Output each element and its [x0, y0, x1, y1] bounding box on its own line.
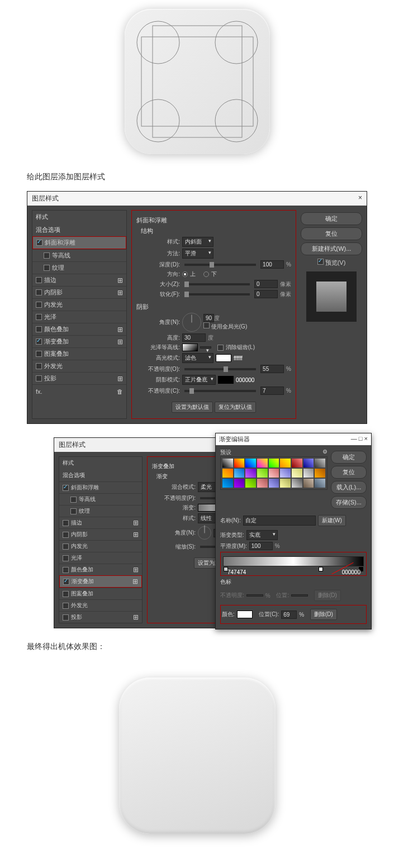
preset-swatch[interactable]	[257, 459, 268, 468]
preset-swatch[interactable]	[222, 479, 233, 488]
effect-checkbox[interactable]	[63, 532, 69, 538]
preset-swatch[interactable]	[315, 479, 325, 488]
reset-default-button[interactable]: 复位为默认值	[215, 402, 256, 413]
depth-slider[interactable]	[184, 264, 256, 266]
effect-row[interactable]: 纹理	[32, 261, 126, 274]
blend-options-header[interactable]: 混合选项	[59, 469, 142, 481]
angle-dial[interactable]	[182, 313, 201, 332]
delete-stop-button-2[interactable]: 删除(D)	[310, 609, 337, 620]
effect-checkbox[interactable]	[70, 508, 77, 514]
add-effect-icon[interactable]: ⊞	[133, 566, 139, 574]
effect-checkbox[interactable]	[63, 603, 69, 609]
depth-input[interactable]: 100	[260, 260, 284, 269]
add-effect-icon[interactable]: ⊞	[117, 276, 123, 284]
effect-checkbox[interactable]	[36, 314, 42, 320]
effect-checkbox[interactable]	[36, 338, 42, 345]
effect-row[interactable]: 渐变叠加⊞	[32, 335, 126, 347]
highlight-mode-select[interactable]: 滤色	[182, 353, 213, 363]
gloss-contour-picker[interactable]	[182, 344, 198, 351]
preset-swatch[interactable]	[280, 459, 291, 468]
stop-position-c-input[interactable]: 69	[281, 611, 297, 619]
effect-row[interactable]: 内发光	[32, 298, 126, 311]
smoothness-input[interactable]: 100	[249, 542, 273, 550]
preset-swatch[interactable]	[257, 479, 268, 488]
save-button[interactable]: 存储(S)...	[331, 496, 367, 509]
effect-checkbox[interactable]	[44, 265, 50, 271]
global-light-checkbox[interactable]	[203, 322, 210, 328]
highlight-color-swatch[interactable]	[216, 354, 231, 362]
effect-row[interactable]: 外发光	[59, 599, 142, 611]
angle-input[interactable]: 90	[203, 314, 214, 322]
preset-swatch[interactable]	[303, 479, 314, 488]
shadow-mode-select[interactable]: 正片叠底	[182, 375, 216, 385]
styles-header[interactable]: 样式	[32, 211, 126, 223]
add-effect-icon[interactable]: ⊞	[117, 326, 123, 333]
effect-checkbox[interactable]	[44, 252, 50, 259]
add-effect-icon[interactable]: ⊞	[132, 578, 138, 585]
effect-checkbox[interactable]	[63, 485, 69, 491]
direction-down-radio[interactable]	[203, 271, 209, 277]
shadow-opacity-slider[interactable]	[184, 390, 256, 392]
maximize-icon[interactable]: □	[359, 435, 363, 442]
effect-checkbox[interactable]	[70, 497, 77, 503]
effect-row[interactable]: 图案叠加	[32, 347, 126, 360]
stop-opacity-input[interactable]	[246, 594, 263, 597]
shadow-color-swatch[interactable]	[218, 376, 234, 384]
color-stop-mid[interactable]	[319, 567, 323, 571]
soften-input[interactable]: 0	[254, 290, 278, 298]
minimize-icon[interactable]: —	[351, 435, 357, 442]
effect-checkbox[interactable]	[36, 375, 42, 381]
size-input[interactable]: 0	[254, 280, 278, 288]
add-effect-icon[interactable]: ⊞	[117, 338, 123, 346]
gradient-type-select[interactable]: 实底	[246, 530, 278, 540]
effect-row[interactable]: 光泽	[32, 311, 126, 323]
effect-row[interactable]: 内阴影⊞	[59, 528, 142, 540]
stop-color-swatch[interactable]	[237, 611, 253, 618]
preset-swatch[interactable]	[315, 459, 325, 468]
preset-swatch[interactable]	[315, 469, 325, 478]
effect-row[interactable]: 投影⊞	[32, 372, 126, 384]
bevel-technique-select[interactable]: 平滑	[182, 249, 213, 259]
effect-checkbox[interactable]	[36, 277, 42, 283]
altitude-input[interactable]: 30	[182, 333, 206, 342]
effect-checkbox[interactable]	[63, 579, 69, 585]
preset-swatch[interactable]	[234, 469, 245, 478]
cancel-button[interactable]: 复位	[331, 466, 367, 479]
effect-checkbox[interactable]	[63, 567, 69, 573]
ok-button[interactable]: 确定	[331, 451, 367, 464]
effect-checkbox[interactable]	[36, 363, 42, 369]
preset-swatch[interactable]	[269, 469, 279, 478]
preset-swatch[interactable]	[234, 479, 245, 488]
effect-checkbox[interactable]	[36, 289, 42, 295]
stop-position-input[interactable]	[291, 594, 308, 597]
styles-header[interactable]: 样式	[59, 457, 142, 469]
trash-icon[interactable]: 🗑	[117, 388, 123, 395]
effect-row[interactable]: 颜色叠加⊞	[59, 564, 142, 575]
effect-row[interactable]: 斜面和浮雕	[59, 481, 142, 493]
preset-swatch[interactable]	[303, 459, 314, 468]
add-effect-icon[interactable]: ⊞	[133, 531, 139, 538]
close-icon[interactable]: ×	[364, 435, 368, 442]
effect-checkbox[interactable]	[63, 543, 69, 550]
ok-button[interactable]: 确定	[301, 212, 362, 225]
soften-slider[interactable]	[184, 293, 250, 295]
preset-swatch[interactable]	[245, 459, 256, 468]
delete-stop-button[interactable]: 删除(D)	[314, 590, 341, 601]
preset-swatch[interactable]	[269, 479, 279, 488]
preset-swatch[interactable]	[280, 469, 291, 478]
add-effect-icon[interactable]: ⊞	[133, 519, 139, 527]
effect-row[interactable]: 描边⊞	[32, 274, 126, 286]
gear-icon[interactable]: ⚙	[322, 449, 327, 456]
preset-swatch[interactable]	[269, 459, 279, 468]
shadow-opacity-input[interactable]: 7	[260, 387, 284, 395]
effect-checkbox[interactable]	[63, 555, 69, 561]
preset-swatch[interactable]	[280, 479, 291, 488]
preset-swatch[interactable]	[245, 469, 256, 478]
close-icon[interactable]: ×	[358, 194, 362, 203]
effect-row[interactable]: 光泽	[59, 552, 142, 564]
preview-checkbox[interactable]	[317, 259, 324, 265]
antialias-checkbox[interactable]	[217, 345, 224, 351]
effect-row[interactable]: 图案叠加	[59, 588, 142, 599]
preset-swatch[interactable]	[292, 479, 302, 488]
effect-row[interactable]: 等高线	[59, 493, 142, 505]
